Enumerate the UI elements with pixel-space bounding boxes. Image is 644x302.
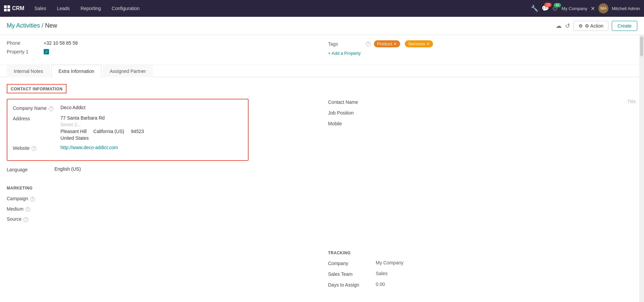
marketing-title: MARKETING: [7, 182, 315, 190]
street1-value[interactable]: 77 Santa Barbara Rd: [60, 115, 144, 121]
tracking-section: TRACKING Company My Company Sales Team S…: [328, 247, 636, 288]
contact-name-label: Contact Name: [328, 99, 372, 105]
sales-team-label: Sales Team: [328, 271, 372, 277]
property1-checkbox[interactable]: ✓: [44, 49, 49, 54]
property1-label: Property 1: [7, 49, 40, 54]
sales-team-field: Sales Team Sales: [328, 271, 636, 277]
city-state-zip-row: Pleasant Hill California (US) 94523: [60, 129, 144, 134]
company-name-label: Company Name ?: [13, 105, 56, 111]
job-position-field: Job Position: [328, 110, 636, 116]
wrench-icon[interactable]: ✕: [591, 5, 595, 12]
nav-menu: Sales Leads Reporting Configuration: [30, 4, 528, 13]
avatar[interactable]: MA: [598, 3, 608, 13]
company-label: Company: [328, 260, 372, 266]
days-to-assign-value[interactable]: 0.00: [376, 282, 385, 287]
tag-services[interactable]: Services ✕: [405, 40, 433, 47]
tags-help-icon[interactable]: ?: [366, 42, 371, 46]
tag-product-remove[interactable]: ✕: [393, 42, 397, 46]
tab-assigned-partner[interactable]: Assigned Partner: [103, 65, 153, 77]
tab-internal-notes[interactable]: Internal Notes: [7, 65, 50, 77]
tag-services-label: Services: [408, 41, 425, 46]
nav-company: My Company: [562, 6, 588, 11]
breadcrumb-current: New: [45, 22, 57, 29]
breadcrumb: My Activities / New: [7, 22, 57, 29]
medium-label: Medium ?: [7, 206, 50, 212]
breadcrumb-separator: /: [42, 22, 43, 29]
language-value[interactable]: English (US): [54, 166, 81, 172]
website-field: Website ? http://www.deco-addict.com: [13, 145, 243, 151]
tag-product[interactable]: Product ✕: [374, 40, 400, 47]
nav-logo-text: CRM: [12, 5, 24, 11]
nav-item-leads[interactable]: Leads: [52, 4, 74, 13]
create-button[interactable]: Create: [612, 21, 637, 31]
add-property-button[interactable]: + Add a Property: [328, 51, 361, 56]
tab-content-extra-information: CONTACT INFORMATION Company Name ?: [0, 77, 643, 299]
main-wrapper: Phone +32 10 58 85 58 Property 1 ✓ Tags …: [0, 35, 644, 302]
title-label[interactable]: Title: [627, 99, 636, 104]
sub-header-actions: ☁ ↺ ⚙ ⚙ Action Create: [556, 21, 637, 31]
zip-value[interactable]: 94523: [131, 129, 144, 134]
company-value[interactable]: My Company: [376, 260, 403, 265]
website-value[interactable]: http://www.deco-addict.com: [60, 145, 118, 150]
sub-header: My Activities / New ☁ ↺ ⚙ ⚙ Action Creat…: [0, 17, 644, 35]
nav-item-reporting[interactable]: Reporting: [76, 4, 106, 13]
grid-icon: [4, 5, 10, 11]
language-label: Language: [7, 166, 50, 172]
language-field: Language English (US): [7, 166, 315, 172]
country-value[interactable]: United States: [60, 135, 144, 141]
address-label: Address: [13, 115, 56, 121]
nav-right: 🔧 💬 19 ⏱ 46 My Company ✕ MA Mitchell Adm…: [531, 3, 640, 13]
top-fields-section: Phone +32 10 58 85 58 Property 1 ✓ Tags …: [0, 35, 643, 65]
source-help[interactable]: ?: [24, 217, 28, 222]
medium-help[interactable]: ?: [26, 207, 30, 212]
state-value[interactable]: California (US): [93, 129, 124, 134]
street2-placeholder[interactable]: Street 2...: [60, 122, 144, 127]
sales-team-value[interactable]: Sales: [376, 271, 388, 276]
clock-icon[interactable]: ⏱ 46: [552, 5, 558, 12]
medium-field: Medium ?: [7, 206, 315, 212]
nav-username: Mitchell Admin: [612, 6, 640, 11]
nav-logo[interactable]: CRM: [4, 5, 24, 11]
main-content: Phone +32 10 58 85 58 Property 1 ✓ Tags …: [0, 35, 643, 302]
tags-row: Tags ? Product ✕ Services ✕: [328, 40, 636, 47]
contact-info-left: Company Name ? Deco Addict Address 77 Sa…: [7, 99, 315, 292]
scrollbar-thumb[interactable]: [640, 36, 643, 56]
website-label: Website ?: [13, 145, 56, 151]
breadcrumb-parent[interactable]: My Activities: [7, 22, 40, 29]
chat-icon[interactable]: 💬 19: [542, 5, 549, 12]
help-icon[interactable]: 🔧: [531, 5, 538, 12]
phone-label: Phone: [7, 40, 40, 46]
tag-services-remove[interactable]: ✕: [426, 42, 430, 46]
campaign-help[interactable]: ?: [30, 197, 35, 202]
city-value[interactable]: Pleasant Hill: [60, 129, 87, 134]
contact-info-box: Company Name ? Deco Addict Address 77 Sa…: [7, 99, 249, 161]
tag-product-label: Product: [377, 41, 392, 46]
action-button[interactable]: ⚙ ⚙ Action: [573, 21, 608, 31]
top-navigation: CRM Sales Leads Reporting Configuration …: [0, 0, 644, 17]
address-value: 77 Santa Barbara Rd Street 2... Pleasant…: [60, 115, 144, 141]
right-fields: Tags ? Product ✕ Services ✕ + Add a Prop…: [328, 40, 636, 59]
refresh-button[interactable]: ↺: [565, 22, 570, 30]
cloud-button[interactable]: ☁: [556, 22, 562, 30]
add-property-row: + Add a Property: [328, 51, 636, 56]
nav-item-configuration[interactable]: Configuration: [107, 4, 144, 13]
main-scroll: Phone +32 10 58 85 58 Property 1 ✓ Tags …: [0, 35, 644, 302]
website-help[interactable]: ?: [32, 146, 36, 151]
company-name-help[interactable]: ?: [49, 106, 53, 111]
mobile-field: Mobile: [328, 120, 636, 126]
campaign-label: Campaign ?: [7, 195, 50, 202]
tab-bar: Internal Notes Extra Information Assigne…: [0, 65, 643, 77]
source-label: Source ?: [7, 216, 50, 222]
clock-badge: 46: [554, 3, 561, 7]
chat-badge: 19: [544, 3, 551, 7]
company-name-value[interactable]: Deco Addict: [60, 105, 86, 110]
scrollbar[interactable]: [639, 35, 644, 302]
marketing-section: MARKETING Campaign ? Medium ?: [7, 182, 315, 222]
contact-name-field: Contact Name Title: [328, 99, 636, 105]
nav-item-sales[interactable]: Sales: [30, 4, 51, 13]
action-label: ⚙ Action: [585, 23, 603, 29]
tab-extra-information[interactable]: Extra Information: [51, 65, 101, 77]
company-field: Company My Company: [328, 260, 636, 266]
phone-value[interactable]: +32 10 58 85 58: [44, 40, 78, 46]
phone-row: Phone +32 10 58 85 58: [7, 40, 315, 46]
